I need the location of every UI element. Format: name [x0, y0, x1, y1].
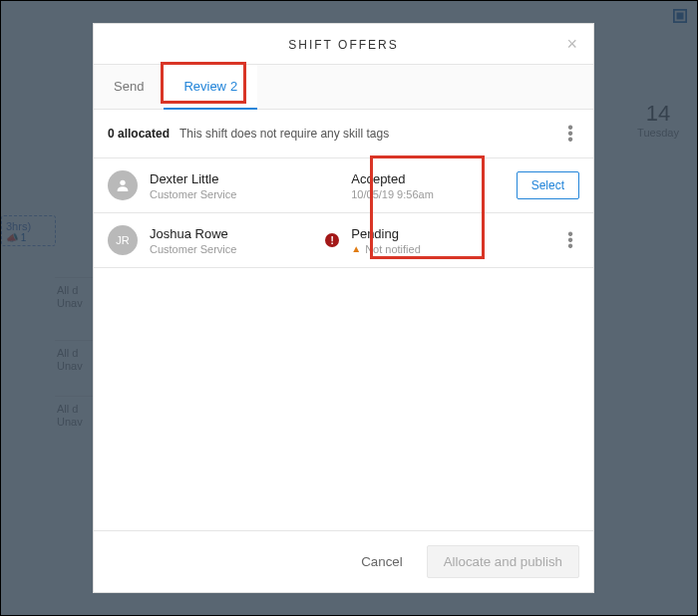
close-icon[interactable]: ×	[566, 34, 579, 55]
offer-status: Accepted	[351, 171, 506, 186]
select-button[interactable]: Select	[517, 171, 579, 199]
offer-row: JR Joshua Rowe Customer Service ! Pendin…	[94, 213, 593, 268]
avatar: JR	[108, 225, 138, 255]
person-name: Joshua Rowe	[150, 226, 319, 241]
allocate-publish-button[interactable]: Allocate and publish	[427, 545, 579, 578]
info-menu-icon[interactable]: •••	[561, 124, 579, 144]
person-role: Customer Service	[150, 188, 319, 200]
alert-column: !	[319, 233, 345, 247]
allocated-count: 0 allocated	[108, 127, 170, 141]
offer-row: Dexter Little Customer Service Accepted …	[94, 158, 593, 213]
offer-substatus: ▲ Not notified	[351, 243, 506, 255]
row-menu-icon[interactable]: •••	[561, 230, 579, 250]
person-name: Dexter Little	[150, 171, 319, 186]
shift-offers-modal: SHIFT OFFERS × Send Review2 0 allocated …	[93, 23, 594, 593]
action-column: •••	[506, 230, 579, 250]
name-column: Dexter Little Customer Service	[150, 171, 319, 200]
modal-footer: Cancel Allocate and publish	[94, 530, 593, 592]
person-icon	[115, 177, 131, 193]
status-column: Accepted 10/05/19 9:56am	[345, 171, 506, 200]
alert-icon: !	[325, 233, 339, 247]
allocation-info-row: 0 allocated This shift does not require …	[94, 110, 593, 158]
warning-icon: ▲	[351, 243, 361, 254]
action-column: Select	[506, 171, 579, 199]
svg-point-2	[120, 180, 125, 185]
cancel-button[interactable]: Cancel	[351, 545, 413, 578]
skill-tag-message: This shift does not require any skill ta…	[179, 127, 389, 141]
offer-list: Dexter Little Customer Service Accepted …	[94, 158, 593, 530]
name-column: Joshua Rowe Customer Service	[150, 226, 319, 255]
status-column: Pending ▲ Not notified	[345, 226, 506, 255]
offer-substatus: 10/05/19 9:56am	[351, 188, 506, 200]
person-role: Customer Service	[150, 243, 319, 255]
modal-header: SHIFT OFFERS ×	[94, 24, 593, 65]
tab-send[interactable]: Send	[94, 65, 164, 109]
modal-title: SHIFT OFFERS	[288, 38, 398, 52]
avatar	[108, 170, 138, 200]
avatar-initials: JR	[116, 234, 129, 246]
offer-status: Pending	[351, 226, 506, 241]
tab-review[interactable]: Review2	[164, 65, 257, 110]
modal-tabs: Send Review2	[94, 65, 593, 110]
